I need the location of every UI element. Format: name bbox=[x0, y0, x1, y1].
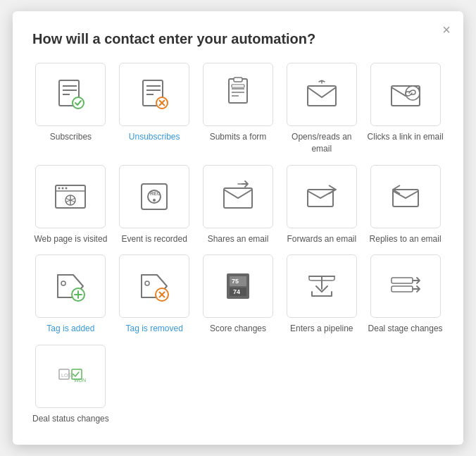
opens-email-icon bbox=[303, 76, 340, 113]
label-enters-pipeline: Enters a pipeline bbox=[290, 323, 353, 335]
svg-rect-13 bbox=[234, 78, 242, 82]
icon-box-event-recorded[interactable]: REC bbox=[119, 165, 189, 228]
item-replies-email[interactable]: Replies to an email bbox=[367, 165, 444, 245]
item-web-page[interactable]: Web page is visited bbox=[32, 165, 109, 245]
svg-rect-51 bbox=[392, 278, 413, 283]
label-submits-form: Submits a form bbox=[210, 131, 267, 143]
icon-box-subscribes[interactable] bbox=[35, 63, 106, 126]
svg-point-23 bbox=[58, 187, 61, 189]
label-deal-stage: Deal stage changes bbox=[368, 323, 443, 335]
tag-added-icon bbox=[52, 268, 89, 304]
item-score-changes[interactable]: 75 74 Score changes bbox=[200, 254, 277, 335]
item-unsubscribes[interactable]: Unsubscribes bbox=[116, 63, 193, 155]
shares-email-icon bbox=[220, 178, 256, 215]
icon-box-score-changes[interactable]: 75 74 bbox=[203, 254, 273, 318]
event-recorded-icon: REC bbox=[136, 178, 173, 215]
item-tag-removed[interactable]: Tag is removed bbox=[116, 254, 193, 335]
score-changes-icon: 75 74 bbox=[220, 268, 256, 304]
enters-pipeline-icon bbox=[303, 268, 340, 304]
svg-rect-28 bbox=[142, 184, 167, 209]
label-tag-removed: Tag is removed bbox=[126, 323, 183, 335]
item-tag-added[interactable]: Tag is added bbox=[32, 254, 109, 335]
svg-text:REC: REC bbox=[150, 191, 161, 196]
items-grid: Subscribes Unsubscribes bbox=[32, 63, 444, 425]
item-enters-pipeline[interactable]: Enters a pipeline bbox=[283, 254, 360, 335]
icon-box-submits-form[interactable] bbox=[203, 63, 273, 126]
item-forwards-email[interactable]: Forwards an email bbox=[283, 165, 360, 245]
label-score-changes: Score changes bbox=[210, 323, 266, 335]
svg-text:LOST: LOST bbox=[61, 373, 75, 378]
icon-box-deal-status[interactable]: LOST WON bbox=[35, 345, 106, 408]
icon-box-replies-email[interactable] bbox=[370, 165, 441, 228]
label-subscribes: Subscribes bbox=[50, 131, 92, 143]
deal-stage-icon bbox=[387, 268, 424, 304]
svg-text:WON: WON bbox=[74, 378, 86, 383]
label-shares-email: Shares an email bbox=[208, 233, 269, 245]
icon-box-tag-removed[interactable] bbox=[119, 254, 189, 318]
submits-form-icon bbox=[220, 76, 256, 113]
item-deal-stage[interactable]: Deal stage changes bbox=[367, 254, 444, 335]
modal-title: How will a contact enter your automation… bbox=[32, 31, 444, 47]
web-page-icon bbox=[52, 178, 89, 215]
svg-rect-18 bbox=[308, 86, 336, 106]
modal: How will a contact enter your automation… bbox=[13, 11, 463, 445]
item-deal-status[interactable]: LOST WON Deal status changes bbox=[32, 345, 109, 425]
item-event-recorded[interactable]: REC Event is recorded bbox=[116, 165, 193, 245]
label-opens-email: Opens/reads an email bbox=[283, 131, 360, 155]
icon-box-enters-pipeline[interactable] bbox=[287, 254, 357, 318]
item-clicks-link[interactable]: Clicks a link in email bbox=[367, 63, 444, 155]
icon-box-web-page[interactable] bbox=[35, 165, 106, 228]
svg-rect-52 bbox=[392, 286, 413, 292]
forwards-email-icon bbox=[303, 178, 340, 215]
svg-point-25 bbox=[65, 187, 68, 189]
unsubscribes-icon bbox=[136, 76, 173, 113]
item-shares-email[interactable]: Shares an email bbox=[200, 165, 277, 245]
subscribes-icon bbox=[52, 76, 89, 113]
svg-point-31 bbox=[153, 199, 156, 202]
svg-point-41 bbox=[145, 281, 149, 285]
icon-box-opens-email[interactable] bbox=[287, 63, 357, 126]
label-replies-email: Replies to an email bbox=[370, 233, 441, 245]
close-button[interactable]: × bbox=[442, 23, 451, 37]
svg-text:74: 74 bbox=[233, 288, 240, 295]
svg-text:75: 75 bbox=[232, 278, 239, 285]
svg-point-4 bbox=[73, 97, 84, 109]
svg-rect-12 bbox=[229, 79, 247, 103]
clicks-link-icon bbox=[387, 76, 424, 113]
svg-rect-17 bbox=[232, 85, 244, 87]
label-event-recorded: Event is recorded bbox=[122, 233, 187, 245]
deal-status-icon: LOST WON bbox=[52, 358, 89, 395]
label-unsubscribes: Unsubscribes bbox=[129, 131, 180, 143]
label-forwards-email: Forwards an email bbox=[287, 233, 356, 245]
icon-box-deal-stage[interactable] bbox=[370, 254, 441, 318]
label-deal-status: Deal status changes bbox=[32, 413, 109, 425]
svg-point-37 bbox=[61, 281, 65, 285]
label-tag-added: Tag is added bbox=[46, 323, 94, 335]
icon-box-shares-email[interactable] bbox=[203, 165, 273, 228]
svg-point-24 bbox=[62, 187, 64, 189]
icon-box-forwards-email[interactable] bbox=[287, 165, 357, 228]
icon-box-unsubscribes[interactable] bbox=[119, 63, 189, 126]
tag-removed-icon bbox=[136, 268, 173, 304]
item-subscribes[interactable]: Subscribes bbox=[32, 63, 109, 155]
svg-point-20 bbox=[406, 86, 420, 100]
label-web-page: Web page is visited bbox=[34, 233, 107, 245]
replies-email-icon bbox=[387, 178, 424, 215]
icon-box-tag-added[interactable] bbox=[35, 254, 106, 318]
item-opens-email[interactable]: Opens/reads an email bbox=[283, 63, 360, 155]
icon-box-clicks-link[interactable] bbox=[370, 63, 441, 126]
label-clicks-link: Clicks a link in email bbox=[368, 131, 444, 143]
item-submits-form[interactable]: Submits a form bbox=[200, 63, 277, 155]
